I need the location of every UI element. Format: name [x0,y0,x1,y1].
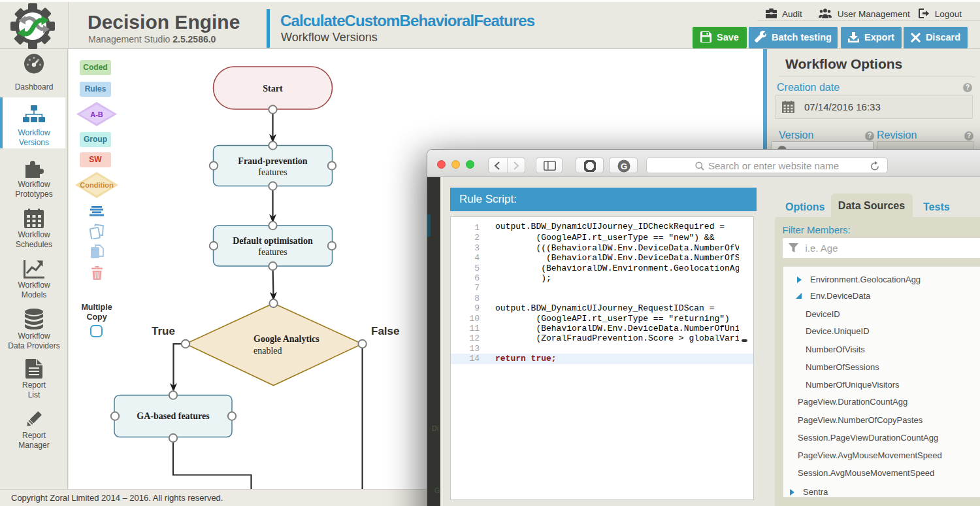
svg-text:Start: Start [263,84,283,93]
svg-text:True: True [152,325,175,337]
svg-text:features: features [258,247,287,257]
svg-text:Fraud-prevention: Fraud-prevention [238,156,308,166]
svg-text:features: features [258,167,287,177]
svg-text:enabled: enabled [253,346,282,356]
svg-text:Default optimisation: Default optimisation [233,236,313,246]
svg-text:G: G [621,161,627,171]
svg-text:GA-based features: GA-based features [137,411,210,421]
svg-text:False: False [371,325,399,337]
svg-text:Google Analytics: Google Analytics [253,334,319,344]
